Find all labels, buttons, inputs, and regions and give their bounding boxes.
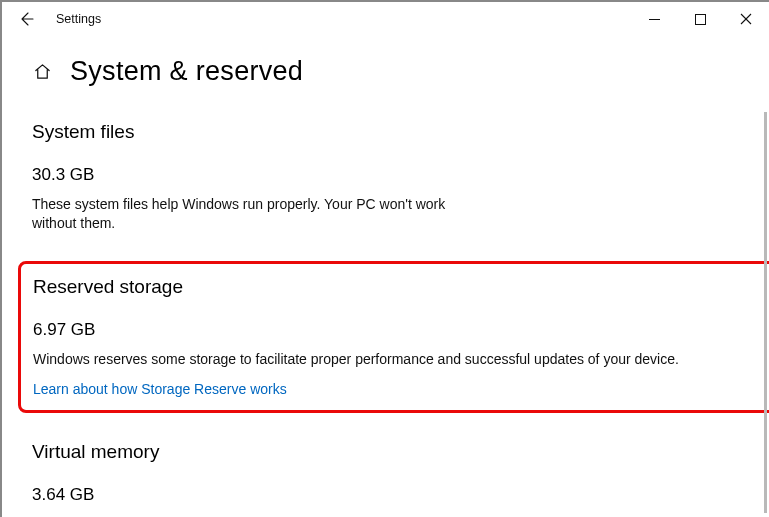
section-system-files: System files 30.3 GB These system files … <box>32 121 739 233</box>
section-value: 3.64 GB <box>32 485 739 505</box>
maximize-icon <box>695 14 706 25</box>
page-title: System & reserved <box>70 56 303 87</box>
section-value: 6.97 GB <box>33 320 768 340</box>
section-description: These system files help Windows run prop… <box>32 195 452 233</box>
minimize-button[interactable] <box>631 4 677 34</box>
home-button[interactable] <box>32 62 52 82</box>
minimize-icon <box>649 14 660 25</box>
maximize-button[interactable] <box>677 4 723 34</box>
section-value: 30.3 GB <box>32 165 739 185</box>
home-icon <box>33 62 52 81</box>
window-title: Settings <box>56 12 101 26</box>
back-button[interactable] <box>10 3 42 35</box>
close-button[interactable] <box>723 4 769 34</box>
section-heading: Reserved storage <box>33 276 768 298</box>
page-header: System & reserved <box>32 56 739 87</box>
highlight-reserved-storage: Reserved storage 6.97 GB Windows reserve… <box>18 261 769 413</box>
scrollbar-thumb[interactable] <box>764 112 767 513</box>
scrollbar[interactable] <box>761 112 769 513</box>
section-description: Windows reserves some storage to facilit… <box>33 350 768 369</box>
section-virtual-memory: Virtual memory 3.64 GB <box>32 441 739 505</box>
svg-rect-1 <box>695 14 705 24</box>
section-heading: Virtual memory <box>32 441 739 463</box>
close-icon <box>740 13 752 25</box>
content-area: System & reserved System files 30.3 GB T… <box>2 36 769 505</box>
arrow-left-icon <box>18 11 34 27</box>
section-heading: System files <box>32 121 739 143</box>
titlebar: Settings <box>2 2 769 36</box>
window-controls <box>631 4 769 34</box>
learn-more-link[interactable]: Learn about how Storage Reserve works <box>33 381 287 397</box>
